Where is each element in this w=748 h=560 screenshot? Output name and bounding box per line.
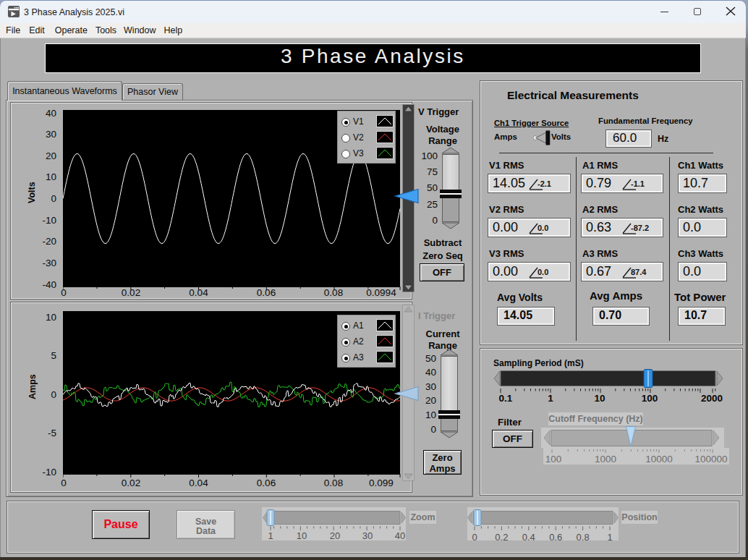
svg-text:87.4: 87.4: [631, 268, 647, 276]
svg-text:-1.1: -1.1: [631, 179, 645, 188]
svg-text:0.0: 0.0: [537, 224, 548, 232]
svg-text:0.0: 0.0: [537, 268, 548, 276]
svg-text:-2.1: -2.1: [537, 179, 551, 188]
svg-text:-87.2: -87.2: [631, 224, 649, 232]
